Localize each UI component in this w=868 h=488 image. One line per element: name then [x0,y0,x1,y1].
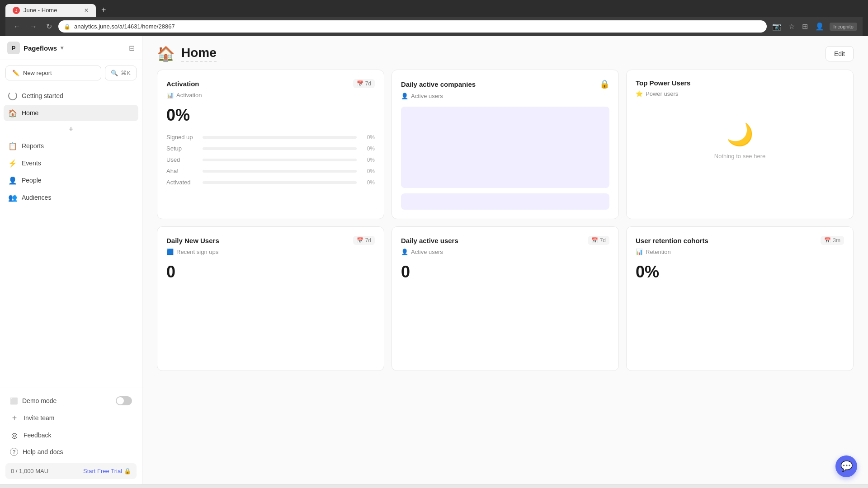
browser-toolbar: ← → ↻ 🔒 analytics.june.so/a/14631/home/2… [5,17,863,36]
sidebar-item-feedback[interactable]: ◎ Feedback [5,427,137,443]
sidebar-item-people[interactable]: 👤 People [4,172,138,188]
people-icon: 👤 [8,176,17,185]
row-value: 0% [361,145,375,152]
invite-team-label: Invite team [24,414,54,422]
urc-card-subtitle: 📊 Retention [636,249,844,255]
locked-chart-area [401,107,609,188]
tpu-card-title: Top Power Users [636,79,690,87]
sidebar-collapse-btn[interactable]: ⊟ [129,44,135,52]
people-label: People [22,177,42,184]
profile-icon[interactable]: 👤 [813,20,826,33]
dau-metric: 0 [401,263,609,282]
mau-bar: 0 / 1,000 MAU Start Free Trial 🔒 [5,463,137,479]
calendar-icon: 📅 [824,237,831,244]
dac-subtitle-icon: 👤 [401,93,408,99]
calendar-icon: 📅 [357,237,363,244]
tab-close-btn[interactable]: ✕ [84,7,89,14]
dac-card-title: Daily active companies [401,80,476,88]
chat-bubble-button[interactable]: 💬 [835,455,857,477]
workspace-name[interactable]: P Pageflows ▾ [7,42,63,54]
home-label: Home [22,109,38,117]
dau-card-title: Daily active users [401,237,458,244]
sidebar-item-getting-started[interactable]: Getting started [4,88,138,104]
help-label: Help and docs [23,448,63,455]
horizontal-scrollbar[interactable] [0,484,868,488]
dnu-subtitle-text: Recent sign ups [176,249,218,255]
dnu-badge-text: 7d [365,237,371,244]
urc-card-title: User retention cohorts [636,237,708,244]
new-report-button[interactable]: ✏️ New report [5,66,101,80]
card-row: Setup 0% [166,145,375,152]
row-bar [203,181,357,184]
tab-favicon: J [13,7,20,14]
cards-grid: Activation 📅 7d 📊 Activation 0% Signed u… [142,70,868,385]
dnu-subtitle-icon: 🟦 [166,249,174,255]
activation-card-header: Activation 📅 7d [166,79,375,88]
camera-off-icon[interactable]: 📷 [770,20,783,33]
start-trial-button[interactable]: Start Free Trial 🔒 [83,468,131,474]
demo-mode-row[interactable]: ⬜ Demo mode [5,394,137,408]
invite-team-icon: + [10,413,19,422]
browser-actions: 📷 ☆ ⊞ 👤 Incognito [770,20,857,33]
sidebar-item-events[interactable]: ⚡ Events [4,155,138,171]
events-label: Events [22,160,41,167]
card-row: Aha! 0% [166,168,375,174]
workspace-icon: P [7,42,20,54]
demo-mode-toggle[interactable] [116,396,132,405]
new-tab-button[interactable]: + [98,4,110,17]
row-value: 0% [361,134,375,141]
feedback-label: Feedback [24,432,51,439]
main-content: 🏠 Home Edit Activation 📅 7d 📊 Activation [142,36,868,484]
dau-subtitle-text: Active users [411,249,443,255]
dau-card-subtitle: 👤 Active users [401,249,609,255]
chat-icon: 💬 [840,460,853,472]
page-icon: 🏠 [157,45,175,62]
feedback-icon: ◎ [10,431,19,440]
card-row: Activated 0% [166,179,375,186]
app-container: P Pageflows ▾ ⊟ ✏️ New report 🔍 ⌘K Ge [0,36,868,484]
locked-bar-area [401,193,609,210]
sidebar-item-reports[interactable]: 📋 Reports [4,138,138,154]
activation-rows: Signed up 0% Setup 0% Used 0% [166,134,375,186]
incognito-badge: Incognito [830,23,857,31]
urc-metric: 0% [636,263,844,282]
help-icon: ? [10,448,18,456]
audiences-icon: 👥 [8,193,17,202]
tpu-card-header: Top Power Users [636,79,844,87]
dau-badge-text: 7d [600,237,606,244]
grid-icon[interactable]: ⊞ [800,20,810,33]
back-button[interactable]: ← [11,21,24,33]
getting-started-label: Getting started [22,92,63,99]
row-label: Setup [166,145,198,152]
dac-subtitle-text: Active users [411,93,443,99]
forward-button[interactable]: → [27,21,40,33]
daily-active-users-card: Daily active users 📅 7d 👤 Active users 0 [392,226,619,371]
sidebar-actions: ✏️ New report 🔍 ⌘K [0,60,142,84]
row-label: Aha! [166,168,198,174]
add-section-button[interactable]: + [4,123,138,136]
events-icon: ⚡ [8,159,17,168]
edit-button[interactable]: Edit [826,46,854,61]
dnu-card-header: Daily New Users 📅 7d [166,236,375,245]
star-icon[interactable]: ☆ [787,20,797,33]
sidebar-bottom: ⬜ Demo mode + Invite team ◎ Feedback ? [0,388,142,484]
card-row: Used 0% [166,156,375,163]
sidebar-item-audiences[interactable]: 👥 Audiences [4,189,138,206]
urc-subtitle-icon: 📊 [636,249,643,255]
activation-subtitle-icon: 📊 [166,92,174,99]
reports-label: Reports [22,142,44,150]
address-bar[interactable]: 🔒 analytics.june.so/a/14631/home/28867 [58,20,767,33]
sidebar-item-home[interactable]: 🏠 Home [4,105,138,121]
trial-label: Start Free Trial [83,468,122,474]
urc-subtitle-text: Retention [646,249,671,255]
row-bar [203,136,357,139]
dau-card-header: Daily active users 📅 7d [401,236,609,245]
active-tab[interactable]: J June - Home ✕ [5,4,96,17]
activation-badge-text: 7d [365,80,371,87]
reload-button[interactable]: ↻ [43,20,55,33]
sidebar-item-help[interactable]: ? Help and docs [5,444,137,460]
lock-icon: 🔒 [599,79,609,89]
sidebar-item-invite-team[interactable]: + Invite team [5,410,137,426]
calendar-icon: 📅 [591,237,598,244]
search-button[interactable]: 🔍 ⌘K [105,66,137,80]
